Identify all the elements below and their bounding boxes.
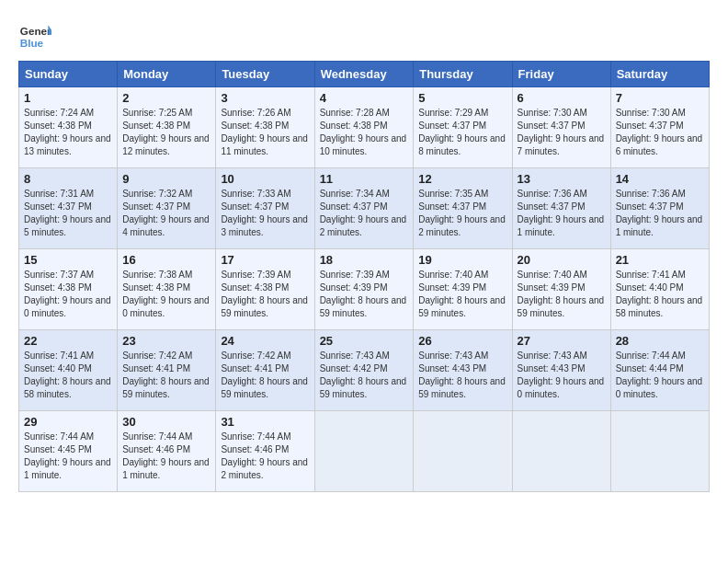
day-number: 13 [518, 172, 606, 186]
day-info: Sunrise: 7:32 AM Sunset: 4:37 PM Dayligh… [122, 188, 210, 239]
sunrise: Sunrise: 7:24 AM [24, 108, 94, 118]
day-number: 7 [616, 91, 704, 105]
day-number: 2 [122, 91, 210, 105]
day-number: 21 [616, 253, 704, 267]
calendar-cell: 24 Sunrise: 7:42 AM Sunset: 4:41 PM Dayl… [216, 330, 314, 411]
sunrise: Sunrise: 7:39 AM [221, 270, 290, 280]
daylight: Daylight: 9 hours and 1 minute. [122, 457, 210, 480]
sunset: Sunset: 4:37 PM [122, 201, 190, 212]
calendar-cell: 30 Sunrise: 7:44 AM Sunset: 4:46 PM Dayl… [118, 411, 216, 492]
day-number: 11 [320, 172, 409, 186]
daylight: Daylight: 9 hours and 11 minutes. [221, 133, 308, 156]
calendar-cell [414, 411, 512, 492]
sunset: Sunset: 4:43 PM [418, 363, 486, 373]
daylight: Daylight: 9 hours and 13 minutes. [24, 133, 111, 156]
calendar-cell: 17 Sunrise: 7:39 AM Sunset: 4:38 PM Dayl… [216, 249, 314, 330]
day-info: Sunrise: 7:44 AM Sunset: 4:46 PM Dayligh… [221, 431, 309, 482]
sunset: Sunset: 4:45 PM [24, 444, 92, 454]
calendar-cell: 3 Sunrise: 7:26 AM Sunset: 4:38 PM Dayli… [216, 87, 314, 168]
daylight: Daylight: 9 hours and 10 minutes. [320, 133, 407, 156]
day-info: Sunrise: 7:24 AM Sunset: 4:38 PM Dayligh… [24, 107, 112, 158]
daylight: Daylight: 9 hours and 5 minutes. [24, 214, 111, 237]
day-number: 9 [122, 172, 210, 186]
column-header-wednesday: Wednesday [314, 62, 414, 87]
sunrise: Sunrise: 7:30 AM [518, 108, 587, 118]
sunset: Sunset: 4:37 PM [221, 201, 289, 212]
day-number: 12 [418, 172, 506, 186]
day-info: Sunrise: 7:44 AM Sunset: 4:45 PM Dayligh… [24, 431, 112, 482]
calendar-cell: 5 Sunrise: 7:29 AM Sunset: 4:37 PM Dayli… [414, 87, 512, 168]
sunset: Sunset: 4:42 PM [320, 363, 388, 373]
sunset: Sunset: 4:37 PM [418, 201, 486, 212]
day-number: 24 [221, 334, 309, 348]
day-info: Sunrise: 7:35 AM Sunset: 4:37 PM Dayligh… [418, 188, 506, 239]
daylight: Daylight: 9 hours and 1 minute. [616, 214, 703, 237]
daylight: Daylight: 8 hours and 59 minutes. [418, 295, 506, 318]
calendar-cell: 12 Sunrise: 7:35 AM Sunset: 4:37 PM Dayl… [414, 168, 512, 249]
calendar-cell: 4 Sunrise: 7:28 AM Sunset: 4:38 PM Dayli… [314, 87, 414, 168]
calendar-cell: 23 Sunrise: 7:42 AM Sunset: 4:41 PM Dayl… [118, 330, 216, 411]
day-info: Sunrise: 7:43 AM Sunset: 4:43 PM Dayligh… [418, 350, 506, 401]
sunrise: Sunrise: 7:42 AM [122, 350, 192, 361]
day-info: Sunrise: 7:44 AM Sunset: 4:46 PM Dayligh… [122, 431, 210, 482]
daylight: Daylight: 9 hours and 0 minutes. [122, 295, 210, 318]
sunrise: Sunrise: 7:41 AM [616, 270, 686, 280]
daylight: Daylight: 9 hours and 6 minutes. [616, 133, 703, 156]
daylight: Daylight: 9 hours and 0 minutes. [24, 295, 111, 318]
daylight: Daylight: 8 hours and 59 minutes. [122, 376, 210, 399]
calendar-cell: 19 Sunrise: 7:40 AM Sunset: 4:39 PM Dayl… [414, 249, 512, 330]
page-header: General Blue [18, 18, 710, 52]
sunrise: Sunrise: 7:41 AM [24, 350, 94, 361]
day-info: Sunrise: 7:28 AM Sunset: 4:38 PM Dayligh… [320, 107, 409, 158]
calendar-cell: 22 Sunrise: 7:41 AM Sunset: 4:40 PM Dayl… [19, 330, 118, 411]
day-info: Sunrise: 7:31 AM Sunset: 4:37 PM Dayligh… [24, 188, 112, 239]
day-info: Sunrise: 7:25 AM Sunset: 4:38 PM Dayligh… [122, 107, 210, 158]
sunrise: Sunrise: 7:40 AM [418, 270, 488, 280]
calendar-cell: 26 Sunrise: 7:43 AM Sunset: 4:43 PM Dayl… [414, 330, 512, 411]
sunrise: Sunrise: 7:25 AM [122, 108, 192, 118]
column-header-saturday: Saturday [610, 62, 709, 87]
sunrise: Sunrise: 7:34 AM [320, 189, 390, 199]
sunrise: Sunrise: 7:44 AM [24, 431, 94, 442]
calendar-week-5: 29 Sunrise: 7:44 AM Sunset: 4:45 PM Dayl… [19, 411, 710, 492]
day-number: 25 [320, 334, 409, 348]
calendar-cell: 16 Sunrise: 7:38 AM Sunset: 4:38 PM Dayl… [118, 249, 216, 330]
calendar-cell: 2 Sunrise: 7:25 AM Sunset: 4:38 PM Dayli… [118, 87, 216, 168]
sunrise: Sunrise: 7:37 AM [24, 270, 94, 280]
day-info: Sunrise: 7:30 AM Sunset: 4:37 PM Dayligh… [518, 107, 606, 158]
sunset: Sunset: 4:38 PM [24, 121, 92, 131]
calendar-body: 1 Sunrise: 7:24 AM Sunset: 4:38 PM Dayli… [19, 87, 710, 492]
calendar-cell: 15 Sunrise: 7:37 AM Sunset: 4:38 PM Dayl… [19, 249, 118, 330]
sunset: Sunset: 4:37 PM [320, 201, 388, 212]
day-number: 28 [616, 334, 704, 348]
daylight: Daylight: 8 hours and 59 minutes. [320, 295, 407, 318]
day-number: 19 [418, 253, 506, 267]
daylight: Daylight: 9 hours and 3 minutes. [221, 214, 308, 237]
daylight: Daylight: 9 hours and 1 minute. [518, 214, 605, 237]
svg-text:General: General [20, 25, 51, 37]
sunrise: Sunrise: 7:44 AM [122, 431, 192, 442]
calendar-cell [314, 411, 414, 492]
day-number: 18 [320, 253, 409, 267]
day-info: Sunrise: 7:26 AM Sunset: 4:38 PM Dayligh… [221, 107, 309, 158]
day-info: Sunrise: 7:33 AM Sunset: 4:37 PM Dayligh… [221, 188, 309, 239]
day-info: Sunrise: 7:39 AM Sunset: 4:39 PM Dayligh… [320, 269, 409, 320]
sunrise: Sunrise: 7:42 AM [221, 350, 290, 361]
day-info: Sunrise: 7:39 AM Sunset: 4:38 PM Dayligh… [221, 269, 309, 320]
sunset: Sunset: 4:37 PM [616, 201, 684, 212]
sunset: Sunset: 4:37 PM [616, 121, 684, 131]
sunset: Sunset: 4:38 PM [221, 282, 289, 293]
sunset: Sunset: 4:41 PM [122, 363, 190, 373]
sunset: Sunset: 4:46 PM [221, 444, 289, 454]
daylight: Daylight: 9 hours and 8 minutes. [418, 133, 506, 156]
day-info: Sunrise: 7:30 AM Sunset: 4:37 PM Dayligh… [616, 107, 704, 158]
calendar-cell: 31 Sunrise: 7:44 AM Sunset: 4:46 PM Dayl… [216, 411, 314, 492]
daylight: Daylight: 8 hours and 59 minutes. [518, 295, 605, 318]
sunrise: Sunrise: 7:43 AM [320, 350, 390, 361]
calendar-cell [610, 411, 709, 492]
column-header-friday: Friday [512, 62, 610, 87]
column-header-sunday: Sunday [19, 62, 118, 87]
calendar-cell: 29 Sunrise: 7:44 AM Sunset: 4:45 PM Dayl… [19, 411, 118, 492]
calendar-cell [512, 411, 610, 492]
column-header-tuesday: Tuesday [216, 62, 314, 87]
